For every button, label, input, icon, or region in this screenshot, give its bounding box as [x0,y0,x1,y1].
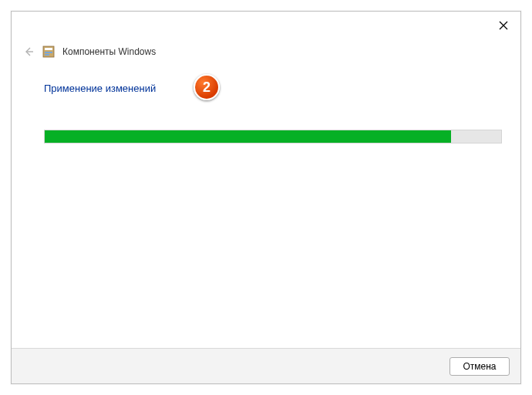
footer-bar: Отмена [12,348,520,383]
annotation-badge: 2 [194,74,220,100]
body-area: Применение изменений [44,83,502,94]
back-button [22,46,35,58]
app-icon [42,46,55,58]
window-title: Компоненты Windows [62,46,156,57]
status-heading: Применение изменений [44,83,502,94]
svg-rect-5 [45,52,52,53]
windows-features-icon [42,46,55,58]
header-bar: Компоненты Windows [22,46,156,58]
close-icon [499,21,508,30]
dialog-window: Компоненты Windows Применение изменений … [11,11,521,384]
cancel-button[interactable]: Отмена [450,357,510,376]
progress-bar [44,130,502,143]
svg-rect-4 [45,48,52,50]
arrow-left-icon [23,46,34,57]
svg-rect-6 [45,54,49,56]
close-button[interactable] [497,19,510,32]
progress-fill [45,130,451,143]
